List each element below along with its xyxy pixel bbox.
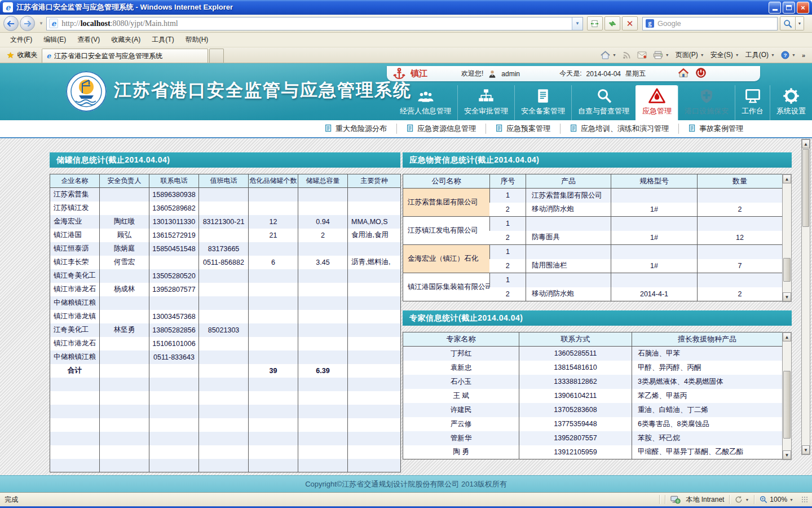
table-cell <box>526 245 611 259</box>
table-cell: 王 斌 <box>403 389 519 403</box>
restore-button[interactable] <box>783 2 795 14</box>
subnav-item[interactable]: 应急预案管理 <box>486 124 560 134</box>
table-cell: 2 <box>490 203 526 217</box>
search-button[interactable] <box>780 16 796 30</box>
table-cell: 21 <box>249 229 298 242</box>
home-button[interactable]: ▼ <box>601 51 616 59</box>
menu-item[interactable]: 编辑(E) <box>38 33 72 47</box>
tank-panel: 企业名称安全负责人联系电话值班电话危化品储罐个数储罐总容量主要货种 江苏索普集1… <box>50 174 400 472</box>
scroll-up-button[interactable]: ▲ <box>783 174 791 183</box>
scroll-thumb[interactable] <box>783 371 791 439</box>
new-tab-button[interactable] <box>209 49 224 63</box>
table-cell <box>348 405 401 418</box>
table-cell <box>149 459 199 472</box>
table-cell: 2 <box>698 203 783 217</box>
forward-button[interactable] <box>20 16 35 31</box>
table-cell: 1 <box>490 245 526 259</box>
menu-item[interactable]: 查看(V) <box>72 33 105 47</box>
supplies-table: 公司名称序号产品规格型号数量 江苏索普集团有限公司1江苏索普集团有限公司2移动消… <box>403 174 783 301</box>
rss-button[interactable] <box>623 51 631 59</box>
column-header: 规格型号 <box>611 174 698 189</box>
search-options-dropdown[interactable]: ▼ <box>796 16 804 30</box>
menu-item[interactable]: 帮助(H) <box>180 33 214 47</box>
intranet-zone-icon <box>670 496 681 504</box>
table-cell <box>100 405 149 418</box>
nav-item-label: 应急管理 <box>642 106 672 116</box>
menu-item[interactable]: 工具(T) <box>146 33 179 47</box>
home-shortcut-button[interactable] <box>677 67 690 81</box>
nav-item-monitor[interactable]: 工作台 <box>735 85 770 120</box>
zoom-control[interactable]: 100% ▼ <box>760 496 793 503</box>
close-button[interactable]: × <box>797 2 809 14</box>
scroll-down-button[interactable]: ▼ <box>802 445 810 454</box>
table-cell: 杨成林 <box>100 283 149 296</box>
table-cell <box>348 242 401 256</box>
history-dropdown[interactable]: ▼ <box>39 21 43 26</box>
scroll-down-button[interactable]: ▼ <box>783 450 791 459</box>
help-button[interactable]: ? ▼ <box>781 51 796 59</box>
command-menu-button[interactable]: 页面(P)▼ <box>676 50 704 60</box>
address-input[interactable]: e http://localhost:8080/yjpt/Main.html ▼ <box>46 17 583 30</box>
scroll-up-button[interactable]: ▲ <box>783 332 791 341</box>
address-dropdown-button[interactable]: ▼ <box>572 17 582 30</box>
subnav-item[interactable]: 应急资源信息管理 <box>396 124 486 134</box>
scroll-thumb[interactable] <box>802 149 809 227</box>
table-cell <box>298 323 348 337</box>
nav-item-org-chart[interactable]: 安全审批管理 <box>457 85 514 120</box>
logout-button[interactable] <box>695 67 707 81</box>
page-scrollbar[interactable]: ▲ ▼ <box>801 139 810 455</box>
menu-item[interactable]: 文件(F) <box>5 33 38 47</box>
nav-item-document[interactable]: 安全备案管理 <box>514 85 571 120</box>
nav-item-magnifier[interactable]: 自查与督查管理 <box>571 85 636 120</box>
table-cell <box>149 296 199 310</box>
welcome-label: 欢迎您! <box>461 69 483 78</box>
stop-button[interactable]: ✕ <box>622 16 638 30</box>
nav-item-shield[interactable]: 港口设施保安 <box>678 85 735 120</box>
anchor-icon <box>392 67 406 81</box>
protected-mode-button[interactable]: ▼ <box>735 496 749 503</box>
print-button[interactable]: ▼ <box>653 51 669 59</box>
table-cell <box>199 391 249 405</box>
status-text: 完成 <box>5 495 18 505</box>
table-cell <box>50 432 100 445</box>
tank-empty-row <box>50 378 401 391</box>
warning-triangle-icon <box>648 87 666 104</box>
favorites-button[interactable]: ★ 收藏夹 <box>2 47 42 63</box>
nav-item-warning-triangle[interactable]: 应急管理 <box>636 85 678 120</box>
table-cell <box>100 337 149 351</box>
refresh-button[interactable] <box>604 16 620 30</box>
toolbar-overflow-button[interactable]: » <box>802 52 805 59</box>
search-input[interactable]: g Google <box>642 17 778 30</box>
resize-grip[interactable] <box>802 497 807 502</box>
printer-icon <box>653 51 663 59</box>
security-zone: 本地 Intranet <box>686 495 724 505</box>
table-cell <box>100 432 149 445</box>
back-button[interactable] <box>3 16 19 31</box>
scroll-down-button[interactable]: ▼ <box>783 292 791 301</box>
zoom-level: 100% <box>770 496 787 503</box>
subnav-item-label: 应急资源信息管理 <box>417 124 476 134</box>
command-menu-button[interactable]: 工具(O)▼ <box>745 50 775 60</box>
subnav-item[interactable]: 应急培训、演练和演习管理 <box>560 124 678 134</box>
table-cell <box>348 323 401 337</box>
table-cell <box>149 391 199 405</box>
table-row: 江苏索普集团有限公司1江苏索普集团有限公司 <box>403 189 783 203</box>
menu-item[interactable]: 收藏夹(A) <box>105 33 146 47</box>
tank-empty-row <box>50 445 401 459</box>
experts-scrollbar[interactable]: ▲ ▼ <box>782 332 792 460</box>
table-cell: 苯胺、环己烷 <box>632 431 783 445</box>
table-cell <box>149 364 199 378</box>
compatibility-view-button[interactable] <box>587 16 603 30</box>
browser-tab[interactable]: e 江苏省港口安全监管与应急管理系统 <box>42 49 208 63</box>
minimize-button[interactable] <box>769 2 781 14</box>
table-cell: 0511-833643 <box>149 351 199 364</box>
subnav-item[interactable]: 事故案例管理 <box>678 124 753 134</box>
read-mail-button[interactable] <box>637 51 647 59</box>
nav-item-gear[interactable]: 系统设置 <box>770 85 812 120</box>
scroll-thumb[interactable] <box>783 258 791 282</box>
supplies-scrollbar[interactable]: ▲ ▼ <box>782 174 792 302</box>
scroll-up-button[interactable]: ▲ <box>802 139 810 148</box>
nav-item-people[interactable]: 经营人信息管理 <box>394 85 457 120</box>
subnav-item[interactable]: 重大危险源分布 <box>315 124 396 134</box>
command-menu-button[interactable]: 安全(S)▼ <box>710 50 739 60</box>
